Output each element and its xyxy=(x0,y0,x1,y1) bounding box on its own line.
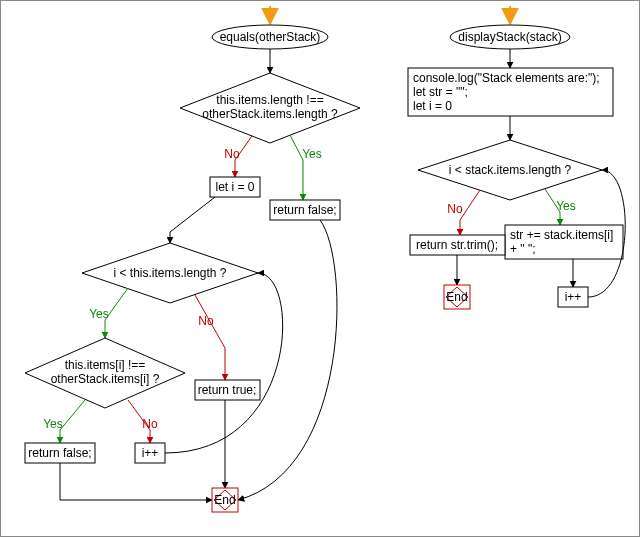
d3-line2: otherStack.items[i] ? xyxy=(51,372,160,386)
init-l1: console.log("Stack elements are:"); xyxy=(413,71,600,85)
end-label: End xyxy=(214,493,235,507)
d1-label: i < stack.items.length ? xyxy=(449,163,572,177)
no-label: No xyxy=(198,314,214,328)
return-label: return str.trim(); xyxy=(416,238,498,252)
init-l3: let i = 0 xyxy=(413,99,452,113)
flowchart-display: displayStack(stack) console.log("Stack e… xyxy=(408,6,625,309)
yes-label: Yes xyxy=(89,307,109,321)
edge xyxy=(238,220,337,500)
end-label: End xyxy=(446,290,467,304)
edge-no xyxy=(195,295,225,380)
no-label: No xyxy=(447,202,463,216)
yes-label: Yes xyxy=(556,199,576,213)
d1-line1: this.items.length !== xyxy=(216,93,323,107)
end-node: End xyxy=(212,488,238,512)
increment-label: i++ xyxy=(142,446,159,460)
init-l2: let str = ""; xyxy=(413,85,468,99)
let-i-label: let i = 0 xyxy=(215,180,254,194)
edge-yes xyxy=(60,400,85,443)
return-true-label: return true; xyxy=(198,383,257,397)
d2-label: i < this.items.length ? xyxy=(113,266,226,280)
edge-no xyxy=(460,190,480,235)
end-node: End xyxy=(444,285,470,309)
d3-line1: this.items[i] !== xyxy=(65,358,146,372)
no-label: No xyxy=(142,417,158,431)
append-l1: str += stack.items[i] xyxy=(510,228,613,242)
edge xyxy=(170,197,215,243)
increment-label: i++ xyxy=(565,290,582,304)
edge xyxy=(60,463,212,500)
edge-loop-back xyxy=(165,273,283,453)
no-label: No xyxy=(224,147,240,161)
return-false2-label: return false; xyxy=(28,446,91,460)
flowchart-canvas: equals(otherStack) this.items.length !==… xyxy=(0,0,640,537)
edge-yes xyxy=(290,135,303,200)
start-label: equals(otherStack) xyxy=(220,30,321,44)
flowchart-equals: equals(otherStack) this.items.length !==… xyxy=(25,6,360,512)
append-l2: + " "; xyxy=(510,242,536,256)
start-label: displayStack(stack) xyxy=(458,30,561,44)
return-false-label: return false; xyxy=(273,203,336,217)
d1-line2: otherStack.items.length ? xyxy=(202,107,338,121)
yes-label: Yes xyxy=(302,147,322,161)
yes-label: Yes xyxy=(43,417,63,431)
